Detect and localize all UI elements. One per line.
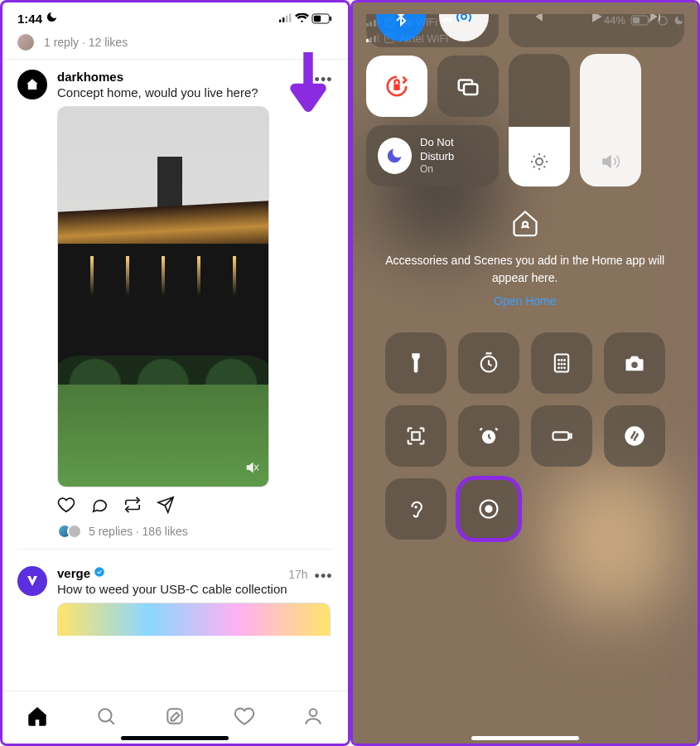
calculator-button[interactable]	[531, 332, 592, 394]
post-verge: 17h ••• verge How to weed your USB-C cab…	[2, 556, 348, 642]
screen-record-button[interactable]	[458, 478, 519, 540]
username[interactable]: verge	[57, 566, 90, 580]
music-controls[interactable]	[509, 14, 685, 47]
svg-rect-36	[412, 432, 419, 439]
svg-point-33	[560, 366, 562, 369]
phone-left-feed: 1:44 1 reply · 12 likes ••• darkhomes Co…	[0, 0, 350, 746]
post-stats[interactable]: 5 replies · 186 likes	[57, 524, 333, 539]
dnd-moon-icon	[46, 11, 58, 26]
like-button[interactable]	[57, 496, 75, 517]
sun-icon	[529, 152, 549, 175]
svg-point-31	[563, 363, 566, 366]
annotation-arrow	[288, 52, 328, 122]
hearing-button[interactable]	[385, 478, 447, 540]
post-media-thumb[interactable]	[57, 603, 331, 636]
svg-point-27	[560, 359, 562, 361]
timer-button[interactable]	[458, 332, 519, 394]
svg-point-41	[414, 506, 418, 509]
home-message: Accessories and Scenes you add in the Ho…	[376, 252, 675, 288]
repliers-avatars	[57, 524, 82, 539]
shazam-button[interactable]	[604, 405, 665, 467]
speaker-icon	[601, 152, 620, 175]
status-time: 1:44	[17, 12, 42, 26]
svg-rect-21	[464, 85, 477, 95]
cc-shortcut-grid	[366, 332, 685, 540]
nav-home[interactable]	[27, 705, 48, 730]
comment-button[interactable]	[90, 496, 109, 517]
moon-icon	[378, 138, 413, 174]
verified-icon	[94, 566, 105, 580]
svg-rect-6	[330, 16, 331, 21]
post-more-button[interactable]: •••	[315, 568, 333, 585]
svg-point-40	[625, 426, 644, 445]
svg-point-9	[94, 567, 104, 577]
svg-point-22	[536, 158, 543, 165]
wifi-icon	[295, 13, 309, 24]
post-darkhomes: ••• darkhomes Concept home, would you li…	[2, 60, 348, 556]
svg-rect-39	[569, 434, 571, 438]
qr-scan-button[interactable]	[385, 405, 447, 467]
mute-icon[interactable]	[245, 460, 260, 478]
dnd-state: On	[420, 163, 486, 176]
camera-button[interactable]	[604, 332, 665, 394]
focus-dnd-toggle[interactable]: Do Not Disturb On	[366, 125, 499, 186]
svg-rect-1	[282, 17, 284, 22]
share-button[interactable]	[157, 496, 175, 517]
airdrop-toggle[interactable]	[439, 14, 489, 41]
reply-avatar	[17, 34, 34, 51]
svg-point-32	[558, 366, 560, 369]
svg-point-26	[558, 359, 560, 361]
svg-point-28	[563, 359, 566, 361]
rotation-lock-toggle[interactable]	[366, 56, 427, 117]
screen-mirroring-button[interactable]	[437, 56, 499, 117]
volume-slider[interactable]	[580, 54, 641, 186]
battery-icon	[311, 13, 333, 24]
svg-point-10	[99, 709, 111, 721]
open-home-link[interactable]: Open Home	[494, 293, 556, 311]
alarm-button[interactable]	[458, 405, 519, 467]
svg-point-43	[485, 505, 492, 512]
avatar-verge[interactable]	[17, 566, 47, 596]
home-icon	[510, 208, 540, 238]
svg-point-13	[309, 709, 316, 716]
svg-point-29	[558, 363, 560, 366]
home-section: Accessories and Scenes you add in the Ho…	[376, 208, 675, 311]
cellular-icon	[279, 13, 292, 23]
svg-point-30	[560, 363, 562, 366]
home-indicator[interactable]	[121, 736, 229, 740]
dnd-title: Do Not Disturb	[420, 136, 486, 163]
svg-rect-12	[168, 709, 182, 723]
post-media-video[interactable]	[57, 106, 269, 487]
avatar-darkhomes[interactable]	[17, 70, 47, 99]
repost-button[interactable]	[123, 496, 142, 517]
brightness-slider[interactable]	[509, 54, 570, 186]
nav-search[interactable]	[95, 705, 117, 730]
flashlight-button[interactable]	[385, 332, 447, 394]
reply-summary-text: 1 reply · 12 likes	[44, 36, 128, 49]
svg-rect-19	[393, 85, 400, 91]
svg-point-34	[563, 366, 566, 369]
svg-line-11	[109, 719, 113, 724]
phone-right-control-center: PJio WiFi PAirtel WiFi 44%	[350, 0, 701, 746]
svg-rect-0	[279, 20, 281, 22]
bluetooth-toggle[interactable]	[376, 14, 426, 41]
home-indicator[interactable]	[471, 736, 579, 740]
post-text: How to weed your USB-C cable collection	[57, 582, 333, 596]
svg-rect-3	[289, 13, 291, 22]
post-time: 17h	[288, 568, 307, 581]
nav-profile[interactable]	[302, 705, 324, 730]
nav-compose[interactable]	[164, 705, 186, 730]
status-bar: 1:44	[2, 2, 348, 31]
post-actions	[57, 496, 333, 517]
low-power-button[interactable]	[531, 405, 592, 467]
svg-rect-5	[313, 15, 320, 21]
svg-rect-38	[553, 432, 568, 439]
svg-point-35	[631, 361, 637, 367]
nav-activity[interactable]	[234, 705, 255, 730]
status-icons-right	[279, 13, 333, 24]
svg-point-18	[461, 14, 466, 19]
svg-rect-2	[286, 16, 287, 22]
